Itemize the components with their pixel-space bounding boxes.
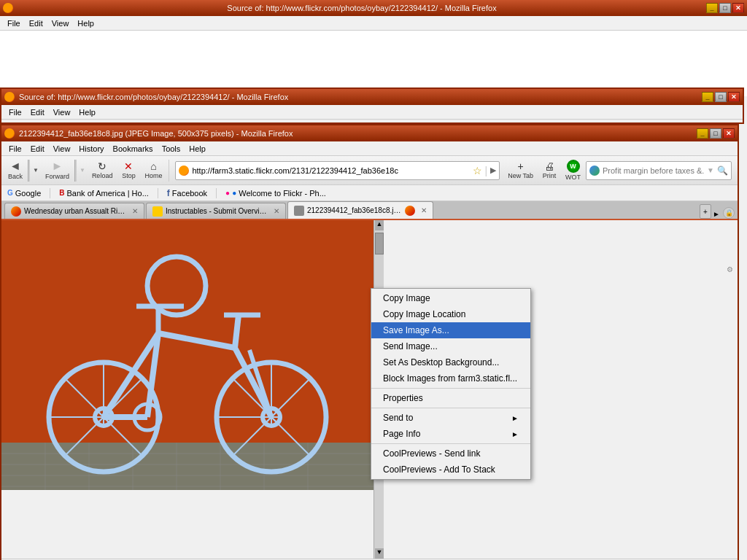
stop-icon: ✕ — [124, 161, 133, 171]
new-tab-small-button[interactable]: + — [700, 204, 711, 219]
bg-maximize-button[interactable]: □ — [719, 3, 731, 13]
cm-send-to[interactable]: Send to ► — [371, 410, 530, 426]
tab-wednesday-close[interactable]: ✕ — [132, 207, 138, 215]
tab-scroll-right[interactable]: ► — [711, 209, 721, 219]
cm-coolpreviews-stack[interactable]: CoolPreviews - Add To Stack — [371, 462, 530, 478]
bookmark-google[interactable]: G Google — [4, 187, 44, 199]
tabs-bar: Wednesday urban Assualt Ride - Au... ✕ I… — [1, 201, 738, 220]
tab-wednesday[interactable]: Wednesday urban Assualt Ride - Au... ✕ — [4, 203, 144, 219]
search-go-icon[interactable]: 🔍 — [717, 166, 728, 176]
bookmark-star-icon[interactable]: ☆ — [473, 165, 482, 176]
cm-save-image-as[interactable]: Save Image As... — [371, 322, 530, 338]
address-input[interactable] — [192, 166, 469, 175]
menu-view[interactable]: View — [49, 143, 75, 155]
source-menu-help[interactable]: Help — [74, 106, 100, 118]
context-menu: Copy Image Copy Image Location Save Imag… — [371, 288, 531, 480]
search-bar[interactable]: ▼ 🔍 — [586, 161, 732, 180]
source-window-controls[interactable]: _ □ ✕ — [702, 92, 740, 102]
stop-button[interactable]: ✕ Stop — [117, 159, 139, 182]
tab-instructables[interactable]: Instructables - Submit Overview ✕ — [146, 203, 286, 219]
address-bar[interactable]: ☆ | ▶ — [175, 161, 500, 180]
tab-jpeg-close[interactable]: ✕ — [421, 206, 427, 214]
cm-send-to-arrow: ► — [511, 414, 519, 422]
bg-close-button[interactable]: ✕ — [732, 3, 744, 13]
bg-title: Source of: http://www.flickr.com/photos/… — [18, 4, 706, 12]
main-minimize-button[interactable]: _ — [697, 128, 708, 139]
home-button[interactable]: ⌂ Home — [141, 159, 166, 182]
back-dropdown-arrow[interactable]: ▼ — [31, 166, 40, 175]
facebook-icon: f — [167, 188, 170, 198]
cm-send-image[interactable]: Send Image... — [371, 338, 530, 354]
menu-history[interactable]: History — [74, 143, 108, 155]
address-go-icon[interactable]: ▶ — [490, 166, 496, 175]
bg-menu-help[interactable]: Help — [73, 18, 98, 29]
bookmark-facebook[interactable]: f Facebook — [164, 187, 210, 200]
cm-set-desktop[interactable]: Set As Desktop Background... — [371, 354, 530, 370]
reload-button[interactable]: ↻ Reload — [88, 159, 117, 182]
scroll-down-button[interactable]: ▼ — [375, 548, 384, 559]
forward-dropdown-separator — [74, 160, 77, 182]
new-tab-label: New Tab — [508, 172, 533, 179]
print-button[interactable]: 🖨 Print — [538, 159, 560, 182]
tab-instructables-label: Instructables - Submit Overview — [166, 207, 268, 215]
tab-instructables-close[interactable]: ✕ — [274, 207, 279, 215]
scroll-thumb[interactable] — [375, 233, 384, 254]
search-dropdown-arrow[interactable]: ▼ — [707, 166, 714, 174]
bookmark-boa[interactable]: B Bank of America | Ho... — [56, 187, 152, 199]
image-area — [1, 220, 374, 490]
main-window-controls[interactable]: _ □ ✕ — [697, 128, 735, 139]
bookmark-boa-label: Bank of America | Ho... — [67, 189, 149, 198]
cm-copy-image[interactable]: Copy Image — [371, 290, 530, 306]
cm-page-info-label: Page Info — [383, 429, 420, 439]
bg-menu-edit[interactable]: Edit — [25, 18, 47, 29]
cm-coolpreviews-link[interactable]: CoolPreviews - Send link — [371, 446, 530, 462]
cm-copy-image-location[interactable]: Copy Image Location — [371, 306, 530, 322]
forward-button[interactable]: ► Forward — [42, 158, 73, 182]
main-maximize-button[interactable]: □ — [710, 128, 721, 139]
main-close-button[interactable]: ✕ — [723, 128, 735, 139]
cm-separator-2 — [371, 408, 530, 408]
forward-dropdown-arrow[interactable]: ▼ — [78, 166, 87, 175]
source-title: Source of: http://www.flickr.com/photos/… — [19, 93, 702, 101]
bm-separator-3 — [216, 188, 217, 198]
menu-bookmarks[interactable]: Bookmarks — [109, 143, 158, 155]
bg-minimize-button[interactable]: _ — [706, 3, 718, 13]
menu-edit[interactable]: Edit — [26, 143, 49, 155]
menu-tools[interactable]: Tools — [158, 143, 185, 155]
cm-block-images[interactable]: Block Images from farm3.static.fl... — [371, 370, 530, 386]
tab-jpeg[interactable]: 2122394412_fab36e18c8.jpg (JPE... ✕ — [287, 201, 433, 219]
bg-titlebar: Source of: http://www.flickr.com/photos/… — [0, 0, 747, 16]
bookmark-flickr[interactable]: ● ● Welcome to Flickr - Ph... — [222, 187, 329, 199]
back-dropdown-separator — [28, 160, 30, 182]
search-input[interactable] — [603, 166, 704, 175]
bg-menu-file[interactable]: File — [3, 18, 25, 29]
reload-icon: ↻ — [98, 161, 107, 171]
wot-button[interactable]: W WOT — [562, 158, 584, 183]
reload-label: Reload — [92, 172, 113, 179]
search-engine-icon — [589, 166, 600, 176]
menu-help[interactable]: Help — [185, 143, 210, 155]
source-minimize-button[interactable]: _ — [702, 92, 713, 102]
menu-file[interactable]: File — [4, 143, 26, 155]
source-maximize-button[interactable]: □ — [715, 92, 727, 102]
bg-firefox-icon — [3, 3, 13, 13]
wot-icon: W — [567, 160, 580, 173]
tab-scroll-right-icon: ► — [713, 210, 720, 218]
bg-menu-view[interactable]: View — [47, 18, 74, 29]
source-menu-view[interactable]: View — [49, 106, 75, 118]
scroll-up-button[interactable]: ▲ — [375, 220, 384, 230]
cm-page-info[interactable]: Page Info ► — [371, 426, 530, 442]
source-close-button[interactable]: ✕ — [728, 92, 740, 102]
refresh-status-icon[interactable]: 🔒 — [723, 207, 735, 219]
address-separator: | — [485, 165, 488, 176]
source-menu-edit[interactable]: Edit — [26, 106, 49, 118]
cm-coolpreviews-link-label: CoolPreviews - Send link — [383, 448, 480, 459]
main-toolbar: ◄ Back ▼ ► Forward ▼ ↻ Reload ✕ Stop ⌂ H… — [1, 156, 738, 185]
new-tab-button[interactable]: + New Tab — [504, 159, 537, 182]
source-menu-file[interactable]: File — [4, 106, 26, 118]
cm-properties[interactable]: Properties — [371, 390, 530, 406]
bg-window-controls[interactable]: _ □ ✕ — [706, 3, 744, 13]
print-icon: 🖨 — [544, 161, 554, 171]
back-button[interactable]: ◄ Back — [4, 158, 26, 182]
cm-coolpreviews-stack-label: CoolPreviews - Add To Stack — [383, 464, 495, 475]
